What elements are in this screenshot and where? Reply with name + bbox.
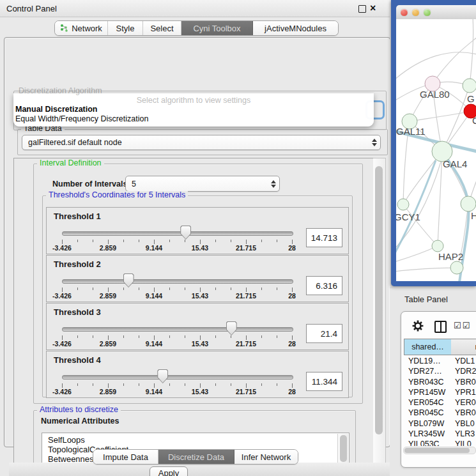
threshold-value-field[interactable]: 6.316: [306, 276, 342, 295]
slider-tick-label: 2.859: [90, 244, 126, 252]
slider-tick: [215, 335, 216, 338]
threshold-value-field[interactable]: 11.344: [306, 372, 342, 391]
slider-thumb-face: [124, 274, 134, 287]
control-panel-titlebar: Control Panel ×: [0, 0, 390, 17]
bottom-tab-infer-network-label: Infer Network: [242, 452, 291, 462]
tab-cyni-toolbox[interactable]: Cyni Toolbox: [181, 21, 253, 35]
slider-tick-label: 15.43: [182, 292, 218, 300]
table-column-header-name[interactable]: na: [451, 339, 476, 355]
table-cell-shared-name: YIL053C: [404, 439, 451, 446]
number-of-intervals-combobox[interactable]: 5: [125, 176, 280, 192]
slider-tick: [215, 288, 216, 290]
network-node-gcy1[interactable]: [397, 199, 409, 210]
slider-tick: [139, 383, 139, 386]
slider-tick: [261, 240, 262, 242]
slider-tick: [231, 383, 231, 386]
threshold-label: Threshold 1: [54, 211, 101, 221]
close-traffic-light-icon[interactable]: [401, 9, 408, 16]
table-row[interactable]: YIL053CYIL0: [404, 439, 476, 446]
network-node-unlabeled[interactable]: [450, 261, 463, 274]
settings-vertical-scrollbar[interactable]: [373, 158, 386, 464]
slider-tick: [231, 335, 231, 338]
slider-track[interactable]: [62, 375, 293, 380]
table-row[interactable]: YBL079WYBL0: [404, 418, 476, 429]
slider-tick-label: 28: [274, 292, 310, 300]
select-columns-checkboxes-icon[interactable]: ☑☑: [454, 321, 471, 330]
slider-thumb[interactable]: [123, 273, 134, 288]
threshold-value-field[interactable]: 21.4: [306, 324, 342, 343]
table-row[interactable]: YBR045CYBR0: [404, 408, 476, 418]
close-icon[interactable]: ×: [370, 2, 376, 15]
table-cell-name: YBR0: [451, 408, 476, 418]
table-row[interactable]: YBR043CYBR0: [404, 377, 476, 387]
slider-track[interactable]: [62, 327, 293, 332]
slider-tick: [200, 240, 201, 244]
attributes-list-scrollbar[interactable]: [337, 434, 348, 464]
network-node-label: GAL4: [443, 158, 467, 169]
slider-tick: [200, 288, 201, 292]
gear-icon[interactable]: [412, 320, 424, 332]
slider-thumb[interactable]: [157, 369, 168, 383]
slider-tick: [292, 240, 293, 244]
column-layout-icon[interactable]: [434, 321, 447, 333]
table-data-combobox[interactable]: galFiltered.sif default node: [22, 135, 381, 150]
bottom-tab-discretize-data[interactable]: Discretize Data: [158, 450, 234, 464]
slider-tick-label: 2.859: [90, 292, 126, 300]
bottom-tab-infer-network[interactable]: Infer Network: [234, 450, 298, 464]
tab-network[interactable]: Network: [55, 21, 108, 35]
bottom-tab-impute-data-label: Impute Data: [103, 452, 148, 462]
scrollbar-thumb[interactable]: [404, 448, 470, 453]
network-node-label: GCY1: [396, 211, 420, 222]
minimize-traffic-light-icon[interactable]: [412, 9, 419, 16]
table-column-header-shared[interactable]: shared…: [404, 339, 452, 355]
tab-select[interactable]: Select: [143, 21, 181, 35]
attribute-item-selfloops[interactable]: SelfLoops: [48, 435, 85, 445]
slider-thumb[interactable]: [226, 321, 237, 335]
bottom-tab-discretize-data-label: Discretize Data: [168, 452, 224, 462]
interval-definition-group-label: Interval Definition: [37, 159, 104, 167]
table-horizontal-scrollbar[interactable]: [403, 447, 476, 454]
slider-tick: [246, 288, 247, 292]
network-edge: [470, 19, 473, 86]
slider-tick: [277, 335, 277, 338]
bottom-tab-impute-data[interactable]: Impute Data: [93, 450, 158, 464]
slider-tick-label: 21.715: [228, 244, 264, 252]
slider-thumb[interactable]: [180, 226, 191, 240]
slider-tick: [93, 240, 93, 242]
apply-button[interactable]: Apply: [150, 466, 188, 476]
slider-tick: [185, 288, 185, 290]
slider-tick: [231, 240, 231, 242]
control-panel-window: Control Panel × NetworkStyleSelectCyni T…: [0, 0, 390, 476]
network-node-hap2[interactable]: [432, 240, 443, 252]
slider-track[interactable]: [62, 231, 293, 236]
table-cell-shared-name: YER054C: [404, 397, 451, 408]
table-cell-name: YLR3: [451, 429, 475, 439]
zoom-traffic-light-icon[interactable]: [424, 9, 431, 16]
scrollbar-thumb[interactable]: [340, 435, 347, 462]
table-row[interactable]: YER054CYER0: [404, 397, 476, 408]
slider-tick-label: -3.426: [44, 292, 80, 300]
table-cell-shared-name: YBR043C: [404, 377, 451, 387]
dropdown-option-equal-width-frequency[interactable]: Equal Width/Frequency Discretization: [15, 114, 148, 123]
network-edge: [410, 111, 471, 121]
slider-thumb-face: [181, 226, 190, 239]
tab-style[interactable]: Style: [108, 21, 143, 35]
float-window-icon[interactable]: [358, 5, 366, 13]
table-cell-name: YPR1: [451, 387, 476, 397]
threshold-value-field[interactable]: 14.713: [306, 228, 342, 247]
slider-tick-label: 15.43: [182, 388, 218, 395]
tab-jactivemnodules[interactable]: jActiveMNodules: [253, 21, 338, 35]
network-node-label: HAP2: [438, 251, 463, 262]
table-row[interactable]: YLR345WYLR3: [404, 429, 476, 439]
dropdown-option-manual-discretization[interactable]: Manual Discretization: [15, 105, 98, 114]
table-row[interactable]: YPR145WYPR1: [404, 387, 476, 397]
slider-tick-label: 9.144: [136, 388, 172, 395]
network-node-g[interactable]: [463, 79, 476, 93]
table-row[interactable]: YDR27…YDR2: [404, 366, 476, 376]
slider-track[interactable]: [62, 279, 293, 284]
network-node-h[interactable]: [461, 196, 476, 211]
network-node-label: GAL11: [396, 126, 426, 137]
table-row[interactable]: YDL19…YDL1: [404, 356, 476, 366]
scrollbar-thumb[interactable]: [375, 166, 383, 434]
network-canvas[interactable]: GAL80GCGAL11GAL4GCY1HHAP2: [396, 19, 476, 281]
